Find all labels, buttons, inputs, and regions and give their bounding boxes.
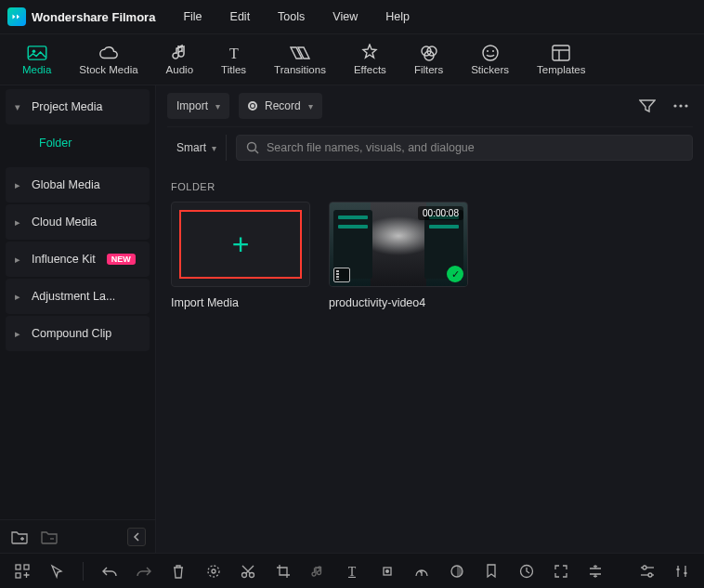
tab-templates[interactable]: Templates (537, 44, 585, 75)
svg-point-32 (643, 566, 646, 569)
divider (167, 126, 693, 127)
sidebar-item-folder[interactable]: Folder (6, 126, 150, 160)
speed-down-icon[interactable] (413, 562, 431, 581)
separator (83, 562, 84, 581)
new-folder-button[interactable] (9, 527, 30, 547)
filter-button[interactable] (635, 94, 659, 118)
svg-point-33 (648, 573, 652, 577)
tab-filters[interactable]: Filters (414, 44, 443, 75)
chevron-right-icon: ▸ (15, 328, 24, 340)
grid-add-icon[interactable] (13, 562, 31, 581)
title-bar: Wondershare Filmora File Edit Tools View… (0, 0, 704, 33)
color-icon[interactable] (448, 562, 465, 581)
sidebar-item-compound-clip[interactable]: ▸ Compound Clip (6, 316, 150, 351)
smart-cut-icon[interactable] (204, 562, 222, 581)
mixer-icon[interactable] (673, 562, 691, 581)
svg-rect-37 (684, 572, 687, 574)
svg-point-1 (32, 49, 35, 53)
tab-stickers[interactable]: Stickers (471, 44, 509, 75)
redo-icon[interactable] (135, 562, 152, 581)
split-icon[interactable] (240, 562, 257, 581)
media-grid: + Import Media 00:00:08 ✓ productivity-v… (156, 202, 704, 309)
svg-point-21 (212, 569, 215, 573)
search-input[interactable] (267, 141, 683, 154)
import-dropdown[interactable]: Import ▾ (167, 93, 229, 119)
undo-icon[interactable] (100, 562, 118, 581)
delete-icon[interactable] (170, 562, 188, 581)
sidebar-item-global-media[interactable]: ▸ Global Media (6, 167, 150, 203)
svg-rect-0 (28, 46, 46, 59)
import-label: Import (176, 99, 208, 112)
svg-point-15 (248, 143, 256, 151)
templates-icon (551, 44, 571, 62)
search-icon (246, 141, 259, 154)
svg-rect-36 (677, 568, 680, 570)
speed-icon[interactable] (517, 562, 535, 581)
crop-icon[interactable] (274, 562, 292, 581)
svg-point-7 (487, 50, 489, 52)
sidebar-item-label: Project Media (32, 100, 102, 113)
chevron-right-icon: ▸ (15, 216, 24, 229)
sidebar-item-label: Influence Kit (32, 253, 96, 266)
record-dropdown[interactable]: Record ▾ (239, 93, 322, 119)
tab-media[interactable]: Media (22, 44, 51, 75)
svg-rect-19 (16, 573, 20, 578)
cursor-icon[interactable] (47, 562, 65, 581)
tab-audio[interactable]: Audio (166, 44, 193, 75)
import-media-card[interactable]: + Import Media (171, 202, 310, 309)
media-card-video[interactable]: 00:00:08 ✓ productivity-video4 (329, 202, 468, 309)
sidebar: ▾ Project Media Folder ▸ Global Media ▸ … (0, 85, 156, 553)
svg-text:T: T (348, 565, 357, 578)
menu-edit[interactable]: Edit (230, 10, 251, 23)
chevron-down-icon: ▾ (215, 101, 220, 111)
keyframe-icon[interactable] (378, 562, 396, 581)
tab-stock-media[interactable]: Stock Media (79, 44, 137, 75)
sidebar-item-influence-kit[interactable]: ▸ Influence Kit NEW (6, 242, 150, 277)
svg-point-22 (242, 572, 247, 577)
menu-tools[interactable]: Tools (278, 10, 305, 23)
tab-transitions[interactable]: Transitions (274, 44, 326, 75)
sidebar-item-adjustment-layer[interactable]: ▸ Adjustment La... (6, 279, 150, 314)
marker-icon[interactable] (482, 562, 500, 581)
video-type-icon (333, 268, 350, 282)
tab-label: Templates (537, 64, 585, 75)
settings-icon[interactable] (638, 562, 656, 581)
svg-point-12 (673, 104, 676, 107)
menu-file[interactable]: File (183, 10, 202, 23)
tab-label: Audio (166, 64, 193, 75)
expand-icon[interactable] (552, 562, 569, 581)
svg-text:T: T (229, 46, 239, 61)
chevron-right-icon: ▸ (15, 254, 24, 266)
stickers-icon (480, 44, 501, 62)
delete-folder-button[interactable] (39, 527, 59, 547)
media-icon (27, 44, 47, 62)
track-height-icon[interactable] (587, 562, 605, 581)
sidebar-footer (0, 519, 155, 553)
check-icon: ✓ (447, 266, 463, 282)
svg-point-23 (250, 572, 254, 577)
tab-label: Stickers (471, 64, 509, 75)
menu-bar: File Edit Tools View Help (183, 10, 409, 23)
music-icon[interactable] (308, 562, 326, 581)
titles-icon: T (224, 44, 244, 62)
tab-effects[interactable]: Effects (354, 44, 386, 75)
svg-rect-17 (16, 565, 20, 569)
menu-help[interactable]: Help (385, 10, 410, 23)
duration-badge: 00:00:08 (418, 206, 463, 220)
content-toolbar: Import ▾ Record ▾ (156, 85, 704, 126)
smart-dropdown[interactable]: Smart ▾ (167, 135, 227, 161)
tab-label: Filters (414, 64, 443, 75)
svg-point-27 (385, 569, 389, 573)
tab-label: Titles (221, 64, 246, 75)
text-icon[interactable]: T (344, 562, 361, 581)
svg-rect-18 (24, 565, 29, 569)
menu-view[interactable]: View (332, 10, 358, 23)
search-bar: Smart ▾ (156, 131, 704, 164)
sidebar-item-project-media[interactable]: ▾ Project Media (6, 89, 150, 124)
collapse-sidebar-button[interactable] (127, 528, 146, 546)
more-button[interactable] (669, 94, 693, 118)
chevron-right-icon: ▸ (15, 291, 24, 303)
tab-titles[interactable]: T Titles (221, 44, 246, 75)
sidebar-item-cloud-media[interactable]: ▸ Cloud Media (6, 204, 150, 240)
sidebar-item-label: Folder (39, 137, 72, 150)
